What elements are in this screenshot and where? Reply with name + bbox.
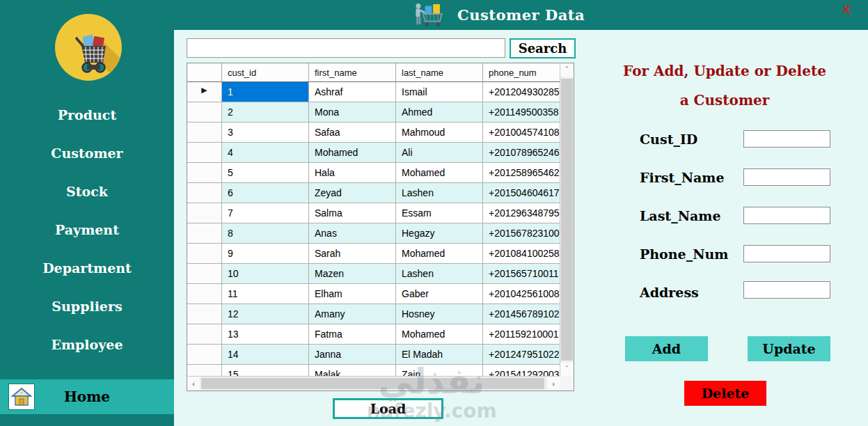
grid-cell[interactable]: 2	[222, 102, 309, 123]
grid-cell[interactable]: Elham	[309, 284, 396, 304]
grid-cell[interactable]: Ahmed	[396, 102, 483, 123]
grid-row[interactable]: ▶ 1 Ashraf Ismail +201204930285	[187, 82, 561, 102]
grid-cell[interactable]: Salma	[309, 203, 396, 223]
sidebar-item-customer[interactable]: Customer	[0, 134, 174, 173]
grid-column-header[interactable]: phone_num	[483, 63, 561, 82]
sidebar-item-stock[interactable]: Stock	[0, 173, 174, 211]
grid-column-header[interactable]: first_name	[309, 63, 396, 82]
grid-cell[interactable]: Mohamed	[396, 163, 483, 183]
grid-cell[interactable]: +201078965246	[483, 143, 561, 163]
update-button[interactable]: Update	[748, 336, 830, 361]
grid-cell[interactable]: Safaa	[309, 123, 396, 143]
grid-cell[interactable]: 7	[222, 203, 309, 223]
close-icon[interactable]: X	[842, 3, 851, 17]
scroll-up-icon[interactable]: ˆ	[560, 63, 574, 77]
grid-row[interactable]: 2 Mona Ahmed +201149500358	[187, 102, 561, 123]
sidebar-item-department[interactable]: Department	[0, 249, 174, 287]
grid-row[interactable]: 4 Mohamed Ali +201078965246	[187, 143, 561, 163]
grid-row-selector[interactable]	[187, 324, 222, 345]
grid-cell[interactable]: +201084100258	[483, 244, 561, 264]
grid-row[interactable]: 8 Anas Hegazy +201567823100	[187, 223, 561, 244]
address-field[interactable]	[743, 281, 830, 299]
grid-column-header[interactable]: cust_id	[222, 63, 309, 82]
grid-column-header[interactable]: last_name	[396, 63, 483, 82]
grid-cell[interactable]: +201504604617	[483, 183, 561, 203]
sidebar-item-suppliers[interactable]: Suppliers	[0, 287, 174, 326]
delete-button[interactable]: Delete	[684, 381, 766, 406]
grid-row[interactable]: 9 Sarah Mohamed +201084100258	[187, 244, 561, 264]
grid-row-selector[interactable]	[187, 223, 222, 244]
sidebar-item-payment[interactable]: Payment	[0, 211, 174, 249]
grid-row-selector[interactable]	[187, 123, 222, 143]
grid-row[interactable]: 3 Safaa Mahmoud +201004574108	[187, 123, 561, 143]
grid-cell[interactable]: Zeyad	[309, 183, 396, 203]
grid-cell[interactable]: Fatma	[309, 324, 396, 345]
grid-cell[interactable]: Ali	[396, 143, 483, 163]
sidebar-item-product[interactable]: Product	[0, 96, 174, 134]
grid-row-selector[interactable]	[187, 183, 222, 203]
grid-row[interactable]: 5 Hala Mohamed +201258965462	[187, 163, 561, 183]
first-name-field[interactable]	[743, 168, 830, 186]
scroll-right-icon[interactable]: ›	[547, 377, 560, 390]
phone-num-field[interactable]	[743, 245, 830, 262]
grid-cell[interactable]: Ismail	[396, 82, 483, 102]
grid-cell[interactable]: +201247951022	[483, 345, 561, 365]
grid-cell[interactable]: Amany	[309, 304, 396, 324]
grid-row[interactable]: 7 Salma Essam +201296348795	[187, 203, 561, 223]
grid-cell[interactable]: Hala	[309, 163, 396, 183]
grid-cell[interactable]: +201258965462	[483, 163, 561, 183]
grid-row[interactable]: 13 Fatma Mohamed +201159210001	[187, 324, 561, 345]
grid-cell[interactable]: 1	[222, 82, 309, 102]
grid-cell[interactable]: +201296348795	[483, 203, 561, 223]
grid-row[interactable]: 14 Janna El Madah +201247951022	[187, 345, 561, 365]
grid-cell[interactable]: El Madah	[396, 345, 483, 365]
sidebar-item-home[interactable]: Home	[0, 379, 174, 414]
grid-cell[interactable]: +201004574108	[483, 123, 561, 143]
grid-cell[interactable]: Mazen	[309, 264, 396, 284]
grid-cell[interactable]: Mohamed	[396, 244, 483, 264]
add-button[interactable]: Add	[625, 336, 708, 361]
grid-cell[interactable]: 14	[222, 345, 309, 365]
grid-cell[interactable]: Hosney	[396, 304, 483, 324]
grid-row-selector[interactable]	[187, 244, 222, 264]
grid-cell[interactable]: Essam	[396, 203, 483, 223]
scroll-down-icon[interactable]: ˇ	[560, 363, 574, 376]
grid-row-selector[interactable]	[187, 163, 222, 183]
grid-row[interactable]: 11 Elham Gaber +201042561008	[187, 284, 561, 304]
horizontal-scrollbar[interactable]: ‹ ›	[187, 376, 560, 390]
grid-cell[interactable]: Ashraf	[309, 82, 396, 102]
grid-row-selector[interactable]	[187, 143, 222, 163]
grid-cell[interactable]: Mohamed	[396, 324, 483, 345]
grid-cell[interactable]: Anas	[309, 223, 396, 244]
grid-cell[interactable]: Sarah	[309, 244, 396, 264]
grid-cell[interactable]: 13	[222, 324, 309, 345]
cust-id-field[interactable]	[743, 130, 830, 148]
grid-cell[interactable]: 5	[222, 163, 309, 183]
grid-cell[interactable]: +201456789102	[483, 304, 561, 324]
grid-row[interactable]: 10 Mazen Lashen +201565710011	[187, 264, 561, 284]
grid-cell[interactable]: 3	[222, 123, 309, 143]
grid-cell[interactable]: Mahmoud	[396, 123, 483, 143]
sidebar-item-employee[interactable]: Employee	[0, 326, 174, 364]
grid-cell[interactable]: +201567823100	[483, 223, 561, 244]
search-input[interactable]	[187, 38, 505, 58]
grid-cell[interactable]: +201042561008	[483, 284, 561, 304]
grid-cell[interactable]: Mona	[309, 102, 396, 123]
grid-row-selector[interactable]: ▶	[187, 82, 222, 102]
grid-cell[interactable]: 12	[222, 304, 309, 324]
grid-cell[interactable]: Lashen	[396, 264, 483, 284]
grid-cell[interactable]: +201159210001	[483, 324, 561, 345]
grid-row-selector[interactable]	[187, 304, 222, 324]
grid-cell[interactable]: Janna	[309, 345, 396, 365]
grid-cell[interactable]: +201149500358	[483, 102, 561, 123]
grid-cell[interactable]: +201565710011	[483, 264, 561, 284]
grid-cell[interactable]: Hegazy	[396, 223, 483, 244]
grid-cell[interactable]: +201204930285	[483, 82, 561, 102]
last-name-field[interactable]	[743, 207, 830, 224]
horizontal-scrollbar-thumb[interactable]	[201, 378, 544, 389]
grid-cell[interactable]: 4	[222, 143, 309, 163]
grid-row[interactable]: 6 Zeyad Lashen +201504604617	[187, 183, 561, 203]
grid-cell[interactable]: 9	[222, 244, 309, 264]
grid-cell[interactable]: Mohamed	[309, 143, 396, 163]
grid-row-selector[interactable]	[187, 203, 222, 223]
